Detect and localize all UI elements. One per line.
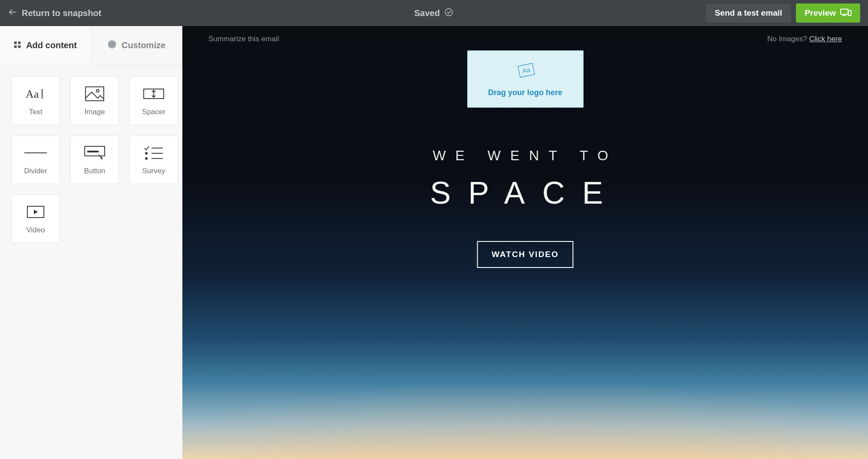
- hero-line1[interactable]: WE WENT TO: [182, 148, 868, 164]
- divider-icon: [23, 144, 48, 162]
- tab-add-content[interactable]: Add content: [0, 26, 91, 65]
- hero-line2[interactable]: SPACE: [182, 175, 868, 211]
- no-images-link[interactable]: Click here: [809, 35, 842, 43]
- image-icon: [85, 85, 105, 102]
- topbar-actions: Send a test email Preview: [706, 3, 860, 23]
- svg-point-20: [145, 152, 147, 154]
- no-images-text: No Images? Click here: [767, 35, 842, 43]
- svg-rect-5: [14, 42, 17, 44]
- block-image-label: Image: [84, 108, 105, 116]
- block-text-label: Text: [29, 108, 42, 116]
- svg-rect-6: [18, 42, 20, 44]
- return-label: Return to snapshot: [22, 8, 101, 18]
- text-icon: Aa: [26, 85, 46, 102]
- topbar: Return to snapshot Saved Send a test ema…: [0, 0, 868, 26]
- tab-customize[interactable]: Customize: [91, 26, 182, 65]
- sidebar-tabs: Add content Customize: [0, 26, 182, 65]
- block-survey[interactable]: Survey: [129, 135, 178, 184]
- block-divider[interactable]: Divider: [11, 135, 60, 184]
- content-blocks: Aa Text Image Spacer Divider: [0, 65, 182, 254]
- block-survey-label: Survey: [142, 167, 165, 175]
- logo-placeholder-icon: Aa: [514, 61, 537, 82]
- svg-text:Aa: Aa: [26, 88, 39, 100]
- svg-text:Aa: Aa: [521, 66, 531, 75]
- block-image[interactable]: Image: [70, 76, 119, 125]
- video-icon: [26, 203, 45, 221]
- svg-point-1: [446, 8, 453, 16]
- devices-icon: [840, 8, 851, 19]
- block-button-label: Button: [84, 167, 105, 175]
- block-spacer[interactable]: Spacer: [129, 76, 178, 125]
- summarize-link[interactable]: Summarize this email: [208, 35, 279, 43]
- gear-icon: [108, 40, 116, 51]
- save-status: Saved: [414, 7, 454, 19]
- preview-label: Preview: [805, 8, 836, 18]
- block-text[interactable]: Aa Text: [11, 76, 60, 125]
- svg-rect-4: [848, 10, 851, 16]
- block-button[interactable]: Button: [70, 135, 119, 184]
- return-to-snapshot-button[interactable]: Return to snapshot: [8, 7, 101, 19]
- tab-add-content-label: Add content: [26, 40, 77, 50]
- svg-rect-8: [18, 46, 20, 48]
- spacer-icon: [143, 85, 165, 102]
- hero-watch-video-button[interactable]: WATCH VIDEO: [477, 241, 574, 268]
- sidebar: Add content Customize Aa Text Image: [0, 26, 182, 459]
- no-images-prefix: No Images?: [767, 35, 809, 43]
- arrow-left-icon: [8, 7, 17, 19]
- logo-drop-label: Drag your logo here: [488, 88, 562, 97]
- block-video[interactable]: Video: [11, 195, 60, 243]
- send-test-email-label: Send a test email: [715, 8, 782, 18]
- svg-rect-2: [841, 9, 848, 14]
- svg-point-22: [145, 158, 147, 159]
- svg-point-13: [96, 89, 99, 92]
- svg-rect-18: [87, 151, 99, 152]
- hero-section: WE WENT TO SPACE WATCH VIDEO: [182, 148, 868, 268]
- check-circle-icon: [444, 7, 454, 19]
- block-video-label: Video: [26, 226, 45, 234]
- block-divider-label: Divider: [24, 167, 47, 175]
- main: Add content Customize Aa Text Image: [0, 26, 868, 459]
- logo-dropzone[interactable]: Aa Drag your logo here: [467, 50, 584, 108]
- preview-button[interactable]: Preview: [796, 3, 860, 23]
- svg-rect-7: [14, 46, 17, 48]
- button-icon: [84, 144, 106, 162]
- svg-rect-12: [86, 87, 104, 101]
- tab-customize-label: Customize: [122, 40, 165, 50]
- svg-marker-25: [34, 210, 38, 214]
- send-test-email-button[interactable]: Send a test email: [706, 3, 791, 23]
- block-spacer-label: Spacer: [142, 108, 165, 116]
- email-canvas[interactable]: Summarize this email No Images? Click he…: [182, 26, 868, 459]
- saved-label: Saved: [414, 8, 440, 18]
- email-top-bar: Summarize this email No Images? Click he…: [182, 35, 868, 43]
- grid-icon: [14, 40, 21, 50]
- survey-icon: [144, 144, 164, 162]
